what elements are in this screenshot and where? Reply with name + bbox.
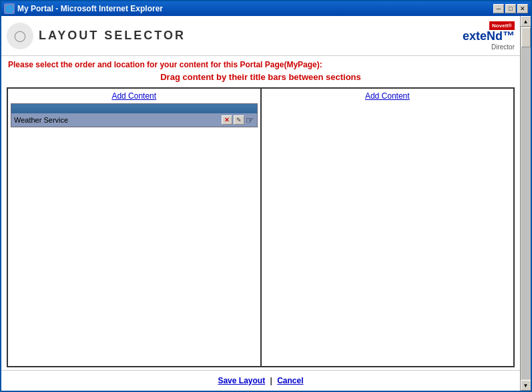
browser-main: ◯ LAYOUT SELECTOR Novell® exteNd™ Direct… (1, 16, 520, 391)
footer-area: Save Layout | Cancel (1, 370, 520, 391)
instructions-area: Please select the order and location for… (1, 56, 520, 85)
add-content-link-col1[interactable]: Add Content (11, 91, 258, 101)
maximize-button[interactable]: □ (505, 4, 516, 13)
weather-drag-handle[interactable] (11, 104, 257, 113)
minimize-button[interactable]: ─ (493, 4, 504, 13)
column-1: Add Content Weather Service ✕ ✎ ☞ (8, 89, 262, 366)
browser-icon: 🌐 (4, 3, 15, 14)
portal-icon: ◯ (7, 23, 33, 49)
extend-label: exteNd™ (463, 30, 515, 42)
layout-selector-title: LAYOUT SELECTOR (39, 29, 186, 43)
cancel-link[interactable]: Cancel (277, 376, 303, 385)
director-label: Director (491, 43, 515, 51)
instruction-line1: Please select the order and location for… (8, 60, 513, 69)
header-left: ◯ LAYOUT SELECTOR (7, 23, 186, 49)
scroll-thumb[interactable] (521, 27, 531, 47)
browser-outer: ◯ LAYOUT SELECTOR Novell® exteNd™ Direct… (1, 16, 531, 391)
title-bar-buttons: ─ □ ✕ (493, 4, 528, 13)
window-content: ◯ LAYOUT SELECTOR Novell® exteNd™ Direct… (1, 16, 520, 391)
scroll-up-button[interactable]: ▲ (521, 16, 531, 27)
header-area: ◯ LAYOUT SELECTOR Novell® exteNd™ Direct… (1, 16, 520, 56)
scroll-track (521, 27, 531, 379)
window-title: My Portal - Microsoft Internet Explorer (17, 4, 163, 13)
columns-container: Add Content Weather Service ✕ ✎ ☞ (7, 87, 515, 367)
footer-separator: | (270, 376, 272, 385)
save-layout-link[interactable]: Save Layout (218, 376, 265, 385)
weather-close-button[interactable]: ✕ (222, 115, 232, 125)
novell-branding: Novell® exteNd™ Director (463, 20, 515, 51)
cursor-hint: ☞ (246, 115, 254, 125)
weather-item-row: Weather Service ✕ ✎ ☞ (11, 113, 257, 127)
browser-window: 🌐 My Portal - Microsoft Internet Explore… (0, 0, 532, 392)
weather-title: Weather Service (14, 116, 68, 124)
column-2: Add Content (262, 89, 514, 366)
main-area: Add Content Weather Service ✕ ✎ ☞ (1, 85, 520, 370)
scroll-down-button[interactable]: ▼ (521, 380, 531, 391)
scrollbar: ▲ ▼ (520, 16, 531, 391)
content-item-weather: Weather Service ✕ ✎ ☞ (11, 103, 258, 127)
instruction-line2: Drag content by their title bars between… (8, 72, 513, 82)
title-bar: 🌐 My Portal - Microsoft Internet Explore… (1, 1, 531, 16)
title-bar-left: 🌐 My Portal - Microsoft Internet Explore… (4, 3, 163, 14)
add-content-link-col2[interactable]: Add Content (264, 91, 511, 101)
close-button[interactable]: ✕ (517, 4, 528, 13)
weather-actions: ✕ ✎ ☞ (222, 115, 254, 125)
weather-edit-button[interactable]: ✎ (234, 115, 244, 125)
